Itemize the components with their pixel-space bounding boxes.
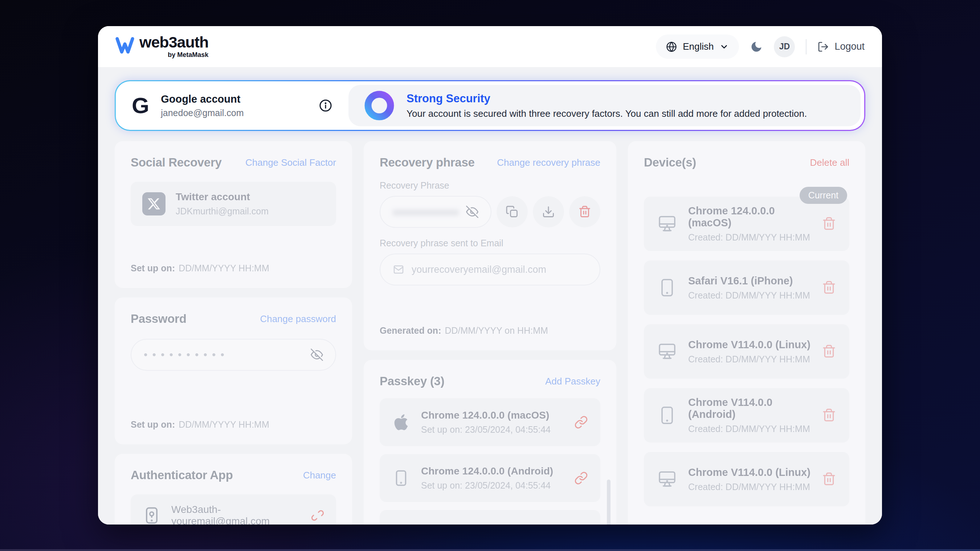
- desktop-icon: [657, 469, 677, 489]
- recovery-email-label: Recovery phrase sent to Email: [380, 238, 600, 248]
- chevron-down-icon: [719, 42, 729, 51]
- passkey-title: Passkey (3): [380, 374, 444, 388]
- language-label: English: [683, 41, 714, 52]
- twitter-account-email: JDKmurthi@gmail.com: [176, 206, 269, 216]
- social-recovery-card: Social Recovery Change Social Factor Twi…: [115, 141, 352, 288]
- account-email: janedoe@gmail.com: [161, 108, 243, 118]
- account-title: Google account: [161, 93, 243, 105]
- smartphone-icon: [657, 278, 677, 298]
- device-item: Chrome V114.0.0 (Linux) Created: DD/MM/Y…: [644, 452, 850, 507]
- factors-grid: Social Recovery Change Social Factor Twi…: [115, 141, 865, 510]
- password-field[interactable]: ••••••••••: [130, 339, 336, 371]
- recovery-email-value: yourrecoveryemail@gmail.com: [412, 264, 546, 275]
- authenticator-item: Web3auth-youremail@gmal.com: [130, 494, 336, 524]
- app-header: web3auth by MetaMask English: [98, 26, 882, 67]
- device-item: Chrome 124.0.0.0 (macOS) Created: DD/MM/…: [644, 197, 850, 251]
- device-item: Chrome V114.0.0 (Linux) Created: DD/MM/Y…: [644, 324, 850, 379]
- generated-on: Generated on:DD/MM/YYYY on HH:MM: [380, 326, 600, 336]
- devices-card: Device(s) Delete all Current: [628, 141, 865, 524]
- download-button[interactable]: [533, 196, 564, 227]
- scrollbar-thumb[interactable]: [607, 480, 611, 524]
- recovery-phrase-card: Recovery phrase Change recovery phrase R…: [364, 141, 616, 350]
- copy-button[interactable]: [496, 196, 528, 227]
- current-badge: Current: [800, 187, 847, 204]
- twitter-account-title: Twitter account: [176, 191, 269, 203]
- devices-title: Device(s): [644, 156, 696, 169]
- password-card: Password Change password •••••••••• Set …: [115, 297, 352, 445]
- security-title: Strong Security: [407, 92, 807, 105]
- delete-device-icon[interactable]: [822, 408, 836, 422]
- authenticator-account: Web3auth-youremail@gmal.com: [171, 504, 301, 524]
- password-title: Password: [130, 312, 186, 326]
- content: G Google account janedoe@gmail.com: [98, 67, 882, 524]
- language-selector[interactable]: English: [656, 35, 739, 59]
- security-description: Your account is secured with three recov…: [407, 108, 807, 119]
- x-twitter-icon: [142, 192, 165, 216]
- recovery-phrase-label: Recovery Phrase: [380, 180, 600, 191]
- desktop-icon: [657, 214, 677, 234]
- info-icon[interactable]: [319, 98, 332, 113]
- avatar-initials: JD: [779, 42, 790, 51]
- passkey-item: Chrome 124.0.0.0 (Android) Set up on: 23…: [380, 454, 600, 502]
- apple-icon: [392, 413, 410, 431]
- connected-account: G Google account janedoe@gmail.com: [116, 81, 348, 130]
- page: web3auth by MetaMask English: [0, 0, 980, 551]
- delete-device-icon[interactable]: [822, 280, 836, 295]
- passkey-item: Rome 24.456.355.98: [380, 510, 600, 524]
- authenticator-phone-icon: [142, 506, 161, 524]
- change-password-link[interactable]: Change password: [260, 313, 336, 325]
- device-item: Chrome V114.0.0 (Android) Created: DD/MM…: [644, 388, 850, 443]
- brand-byline: by MetaMask: [168, 51, 208, 59]
- smartphone-icon: [392, 469, 410, 487]
- change-social-factor-link[interactable]: Change Social Factor: [245, 157, 336, 168]
- passkey-list: Chrome 124.0.0.0 (macOS) Set up on: 23/0…: [380, 398, 600, 524]
- delete-all-link[interactable]: Delete all: [810, 157, 850, 168]
- authenticator-card: Authenticator App Change Web3auth-yourem…: [115, 454, 352, 524]
- recovery-phrase-field[interactable]: xxxxxxxxxxxxxx: [380, 196, 492, 228]
- social-setup-on: Set up on:DD/MM/YYYY HH:MM: [130, 263, 336, 273]
- twitter-account-item: Twitter account JDKmurthi@gmail.com: [130, 182, 336, 226]
- user-avatar[interactable]: JD: [774, 36, 795, 57]
- passkey-card: Passkey (3) Add Passkey: [364, 360, 616, 524]
- web3auth-logo-icon: [115, 36, 134, 55]
- recovery-phrase-title: Recovery phrase: [380, 156, 474, 169]
- logout-icon: [818, 41, 829, 52]
- passkey-link-icon[interactable]: [574, 471, 588, 485]
- delete-device-icon[interactable]: [822, 472, 836, 486]
- dark-mode-toggle-moon-icon[interactable]: [750, 40, 763, 53]
- delete-device-icon[interactable]: [822, 216, 836, 231]
- recovery-email-field[interactable]: yourrecoveryemail@gmail.com: [380, 254, 600, 286]
- main-card: web3auth by MetaMask English: [98, 26, 882, 524]
- security-status: Strong Security Your account is secured …: [348, 85, 861, 126]
- mail-icon: [393, 264, 404, 275]
- security-ring-icon: [364, 91, 394, 121]
- logout-label: Logout: [834, 41, 865, 52]
- unlink-icon[interactable]: [311, 508, 325, 522]
- eye-off-icon[interactable]: [466, 206, 478, 218]
- security-banner: G Google account janedoe@gmail.com: [115, 80, 865, 131]
- smartphone-icon: [657, 405, 677, 426]
- google-icon: G: [132, 94, 149, 117]
- web3auth-logo: web3auth by MetaMask: [115, 35, 208, 59]
- logout-button[interactable]: Logout: [818, 41, 865, 52]
- change-recovery-phrase-link[interactable]: Change recovery phrase: [497, 157, 600, 168]
- device-list: Current Chrome 124.0.0.0 (macOS): [644, 179, 850, 507]
- passkey-item: Chrome 124.0.0.0 (macOS) Set up on: 23/0…: [380, 398, 600, 446]
- password-masked-value: ••••••••••: [144, 349, 229, 360]
- recovery-phrase-masked: xxxxxxxxxxxxxx: [393, 206, 459, 218]
- change-authenticator-link[interactable]: Change: [303, 470, 336, 481]
- eye-off-icon[interactable]: [311, 349, 323, 361]
- passkey-link-icon[interactable]: [574, 415, 588, 429]
- page-bottom-accent: [0, 549, 980, 551]
- desktop-icon: [657, 341, 677, 362]
- brand-name: web3auth: [139, 35, 208, 50]
- social-recovery-title: Social Recovery: [130, 156, 221, 169]
- delete-device-icon[interactable]: [822, 344, 836, 359]
- password-setup-on: Set up on:DD/MM/YYYY HH:MM: [130, 419, 336, 430]
- globe-icon: [666, 41, 677, 52]
- add-passkey-link[interactable]: Add Passkey: [545, 376, 600, 387]
- authenticator-title: Authenticator App: [130, 468, 233, 482]
- device-item: Safari V16.1 (iPhone) Created: DD/MM/YYY…: [644, 260, 850, 315]
- header-divider: [806, 39, 807, 54]
- delete-phrase-button[interactable]: [569, 196, 600, 227]
